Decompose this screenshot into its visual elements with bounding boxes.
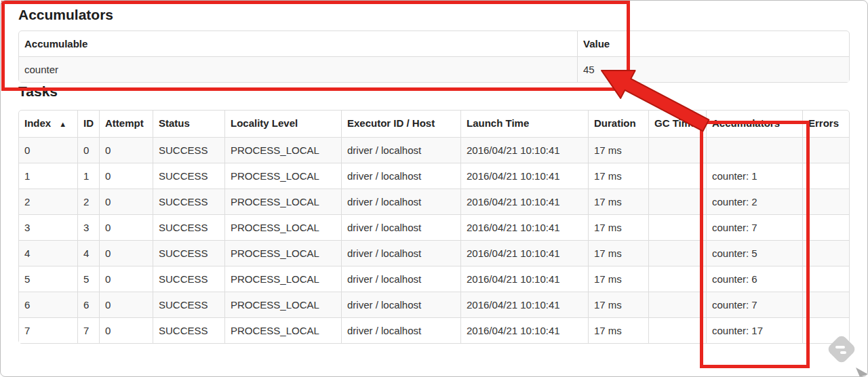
cell-executor: driver / localhost	[341, 214, 460, 240]
cell-status: SUCCESS	[153, 188, 224, 214]
mouse-cursor-icon	[856, 368, 868, 377]
cell-executor: driver / localhost	[341, 292, 460, 317]
cell-accumulators	[706, 137, 802, 163]
cell-status: SUCCESS	[153, 317, 224, 343]
accumulator-row: counter 45	[19, 56, 849, 82]
task-row-3: 3 3 0 SUCCESS PROCESS_LOCAL driver / loc…	[19, 214, 849, 240]
cell-launch-time: 2016/04/21 10:10:41	[460, 137, 588, 163]
cell-errors	[802, 137, 849, 163]
tasks-header-index-label: Index	[24, 117, 51, 129]
cell-locality: PROCESS_LOCAL	[224, 137, 341, 163]
accumulators-table: Accumulable Value counter 45	[18, 31, 850, 83]
cell-locality: PROCESS_LOCAL	[224, 292, 341, 317]
cell-gc-time	[648, 137, 706, 163]
cell-index: 1	[19, 163, 77, 188]
cell-id: 1	[77, 163, 99, 188]
cell-accumulators: counter: 1	[706, 163, 802, 188]
cell-gc-time	[648, 214, 706, 240]
tasks-header-executor-id-host[interactable]: Executor ID / Host	[341, 111, 460, 137]
task-row-7: 7 7 0 SUCCESS PROCESS_LOCAL driver / loc…	[19, 317, 849, 343]
accumulable-value-cell: 45	[577, 56, 849, 82]
accumulators-header-row: Accumulable Value	[19, 31, 849, 56]
accumulable-column-header: Accumulable	[19, 31, 577, 56]
cell-launch-time: 2016/04/21 10:10:41	[460, 188, 588, 214]
cell-launch-time: 2016/04/21 10:10:41	[460, 214, 588, 240]
tasks-header-launch-time[interactable]: Launch Time	[460, 111, 588, 137]
cell-status: SUCCESS	[153, 240, 224, 266]
cell-locality: PROCESS_LOCAL	[224, 266, 341, 292]
cell-attempt: 0	[99, 240, 153, 266]
cell-gc-time	[648, 240, 706, 266]
cell-errors	[802, 317, 849, 343]
cell-index: 4	[19, 240, 77, 266]
cell-index: 0	[19, 137, 77, 163]
task-row-6: 6 6 0 SUCCESS PROCESS_LOCAL driver / loc…	[19, 292, 849, 317]
cell-locality: PROCESS_LOCAL	[224, 240, 341, 266]
tasks-header-locality-level[interactable]: Locality Level	[224, 111, 341, 137]
cell-launch-time: 2016/04/21 10:10:41	[460, 292, 588, 317]
accumulators-section-title: Accumulators	[18, 6, 848, 23]
accumulable-name-cell: counter	[19, 56, 577, 82]
page-body: Accumulators Accumulable Value counter 4…	[0, 0, 868, 344]
cell-id: 3	[77, 214, 99, 240]
cell-status: SUCCESS	[153, 292, 224, 317]
cell-duration: 17 ms	[588, 137, 648, 163]
tasks-header-status[interactable]: Status	[153, 111, 224, 137]
cell-accumulators: counter: 17	[706, 317, 802, 343]
cell-index: 7	[19, 317, 77, 343]
cell-executor: driver / localhost	[341, 188, 460, 214]
cell-locality: PROCESS_LOCAL	[224, 163, 341, 188]
cell-status: SUCCESS	[153, 214, 224, 240]
cell-executor: driver / localhost	[341, 317, 460, 343]
cell-locality: PROCESS_LOCAL	[224, 317, 341, 343]
tasks-header-accumulators[interactable]: Accumulators	[706, 111, 802, 137]
cell-index: 3	[19, 214, 77, 240]
cell-id: 5	[77, 266, 99, 292]
cell-gc-time	[648, 317, 706, 343]
cell-id: 7	[77, 317, 99, 343]
task-row-5: 5 5 0 SUCCESS PROCESS_LOCAL driver / loc…	[19, 266, 849, 292]
task-row-2: 2 2 0 SUCCESS PROCESS_LOCAL driver / loc…	[19, 188, 849, 214]
cell-attempt: 0	[99, 317, 153, 343]
cell-errors	[802, 240, 849, 266]
tasks-header-index[interactable]: Index▲	[19, 111, 77, 137]
cell-launch-time: 2016/04/21 10:10:41	[460, 266, 588, 292]
tasks-header-attempt[interactable]: Attempt	[99, 111, 153, 137]
tasks-header-duration[interactable]: Duration	[588, 111, 648, 137]
cell-status: SUCCESS	[153, 137, 224, 163]
cell-errors	[802, 163, 849, 188]
cell-index: 2	[19, 188, 77, 214]
cell-errors	[802, 292, 849, 317]
cell-gc-time	[648, 292, 706, 317]
cell-duration: 17 ms	[588, 163, 648, 188]
cell-executor: driver / localhost	[341, 240, 460, 266]
tasks-section-title: Tasks	[18, 83, 848, 100]
cell-id: 6	[77, 292, 99, 317]
cell-launch-time: 2016/04/21 10:10:41	[460, 317, 588, 343]
cell-attempt: 0	[99, 214, 153, 240]
cell-errors	[802, 214, 849, 240]
cell-index: 6	[19, 292, 77, 317]
task-row-0: 0 0 0 SUCCESS PROCESS_LOCAL driver / loc…	[19, 137, 849, 163]
cell-attempt: 0	[99, 292, 153, 317]
cell-executor: driver / localhost	[341, 137, 460, 163]
cell-launch-time: 2016/04/21 10:10:41	[460, 240, 588, 266]
cell-accumulators: counter: 7	[706, 292, 802, 317]
cell-id: 4	[77, 240, 99, 266]
cell-executor: driver / localhost	[341, 163, 460, 188]
cell-accumulators: counter: 2	[706, 188, 802, 214]
sort-ascending-icon: ▲	[59, 120, 66, 128]
tasks-header-errors[interactable]: Errors	[802, 111, 849, 137]
cell-gc-time	[648, 188, 706, 214]
cell-attempt: 0	[99, 266, 153, 292]
tasks-header-row: Index▲ ID Attempt Status Locality Level …	[19, 111, 849, 137]
tasks-table: Index▲ ID Attempt Status Locality Level …	[18, 110, 850, 344]
cell-duration: 17 ms	[588, 240, 648, 266]
cell-id: 0	[77, 137, 99, 163]
cell-attempt: 0	[99, 188, 153, 214]
tasks-header-id[interactable]: ID	[77, 111, 99, 137]
cell-executor: driver / localhost	[341, 266, 460, 292]
cell-duration: 17 ms	[588, 317, 648, 343]
value-column-header: Value	[577, 31, 849, 56]
tasks-header-gc-time[interactable]: GC Time	[648, 111, 706, 137]
